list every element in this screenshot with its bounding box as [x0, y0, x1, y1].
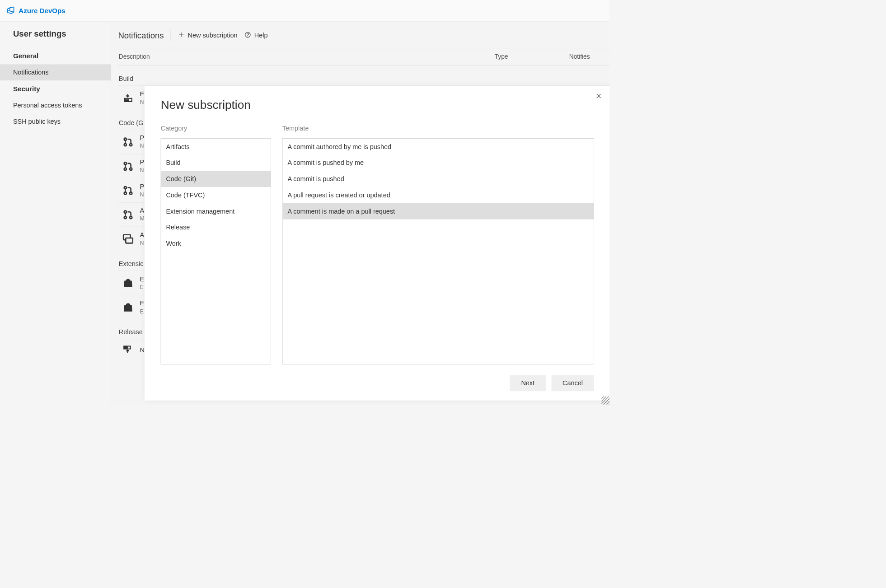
svg-point-4: [124, 162, 127, 164]
svg-point-12: [130, 216, 132, 219]
template-item[interactable]: A commit is pushed by me: [282, 155, 594, 171]
col-type[interactable]: Type: [495, 53, 569, 61]
toolbar-divider: [171, 30, 171, 41]
category-item-code-git[interactable]: Code (Git): [161, 171, 271, 187]
row-main: P: [140, 134, 145, 142]
template-column: Template A commit authored by me is push…: [282, 125, 594, 364]
row-sub: N: [140, 143, 145, 149]
close-button[interactable]: [595, 93, 602, 101]
resize-handle[interactable]: [601, 397, 609, 405]
template-label: Template: [282, 125, 594, 132]
row-sub: N: [140, 99, 145, 105]
row-main: N: [140, 346, 145, 354]
template-item[interactable]: A pull request is created or updated: [282, 187, 594, 203]
help-button[interactable]: Help: [244, 31, 268, 40]
row-sub: M: [140, 215, 145, 222]
cancel-button[interactable]: Cancel: [551, 375, 594, 391]
col-notifies[interactable]: Notifies: [569, 53, 609, 61]
row-sub: E: [140, 284, 145, 290]
template-listbox: A commit authored by me is pushed A comm…: [282, 138, 594, 364]
release-icon: [122, 344, 135, 356]
sidebar-item-ssh[interactable]: SSH public keys: [0, 113, 111, 130]
page-header: Notifications New subscription Help: [118, 22, 609, 48]
pull-request-icon: [122, 184, 135, 197]
row-main: P: [140, 159, 145, 166]
row-main: E: [140, 299, 145, 307]
pull-request-icon: [122, 135, 135, 148]
pull-request-icon: [122, 208, 135, 221]
top-header: Azure DevOps: [0, 0, 609, 22]
azure-devops-logo-icon: [6, 6, 15, 16]
new-subscription-label: New subscription: [188, 32, 238, 39]
page-title: Notifications: [118, 31, 164, 40]
new-subscription-button[interactable]: New subscription: [178, 31, 238, 40]
row-sub: N: [140, 191, 145, 198]
category-column: Category Artifacts Build Code (Git) Code…: [161, 125, 271, 364]
category-item-work[interactable]: Work: [161, 236, 271, 252]
row-main: A: [140, 231, 145, 239]
svg-point-5: [124, 168, 127, 170]
build-icon: [122, 92, 135, 104]
template-item[interactable]: A commit is pushed: [282, 171, 594, 187]
category-item-release[interactable]: Release: [161, 219, 271, 236]
brand[interactable]: Azure DevOps: [6, 6, 66, 16]
category-label: Category: [161, 125, 271, 132]
svg-point-11: [124, 216, 127, 219]
template-item[interactable]: A comment is made on a pull request: [282, 203, 594, 219]
row-sub: N: [140, 167, 145, 173]
comment-icon: [122, 233, 135, 245]
sidebar-section-security[interactable]: Security: [0, 80, 111, 97]
bag-icon: [122, 277, 135, 289]
svg-point-2: [124, 144, 127, 146]
sidebar: User settings General Notifications Secu…: [0, 22, 111, 405]
template-item[interactable]: A commit authored by me is pushed: [282, 139, 594, 155]
row-main: E: [140, 275, 145, 283]
category-item-code-tfvc[interactable]: Code (TFVC): [161, 187, 271, 203]
svg-point-7: [124, 187, 127, 189]
sidebar-item-notifications[interactable]: Notifications: [0, 64, 111, 80]
sidebar-section-general[interactable]: General: [0, 47, 111, 64]
svg-point-6: [130, 168, 132, 170]
sidebar-item-pat[interactable]: Personal access tokens: [0, 97, 111, 113]
help-label: Help: [254, 32, 268, 39]
row-sub: E: [140, 308, 145, 314]
category-item-artifacts[interactable]: Artifacts: [161, 139, 271, 155]
col-description[interactable]: Description: [118, 53, 494, 61]
modal-title: New subscription: [161, 98, 594, 112]
row-main: P: [140, 183, 145, 191]
bag-icon: [122, 301, 135, 313]
svg-point-1: [124, 138, 127, 140]
section-build: Build: [118, 65, 609, 85]
svg-rect-15: [124, 346, 127, 349]
svg-point-9: [130, 192, 132, 194]
next-button[interactable]: Next: [510, 375, 546, 391]
pull-request-icon: [122, 160, 135, 173]
help-icon: [244, 31, 251, 40]
svg-point-8: [124, 192, 127, 194]
svg-point-3: [130, 144, 132, 146]
new-subscription-dialog: New subscription Category Artifacts Buil…: [145, 86, 609, 401]
row-sub: N: [140, 240, 145, 246]
category-listbox: Artifacts Build Code (Git) Code (TFVC) E…: [161, 138, 271, 364]
plus-icon: [178, 31, 185, 40]
row-main: A: [140, 207, 145, 215]
svg-rect-14: [126, 238, 132, 243]
table-header: Description Type Notifies: [118, 48, 609, 65]
category-item-build[interactable]: Build: [161, 155, 271, 171]
svg-point-10: [124, 210, 127, 213]
svg-rect-16: [127, 346, 130, 349]
modal-footer: Next Cancel: [161, 364, 594, 391]
row-main: E: [140, 90, 145, 98]
sidebar-title: User settings: [0, 29, 111, 48]
brand-name: Azure DevOps: [19, 7, 65, 15]
category-item-extension[interactable]: Extension management: [161, 203, 271, 219]
